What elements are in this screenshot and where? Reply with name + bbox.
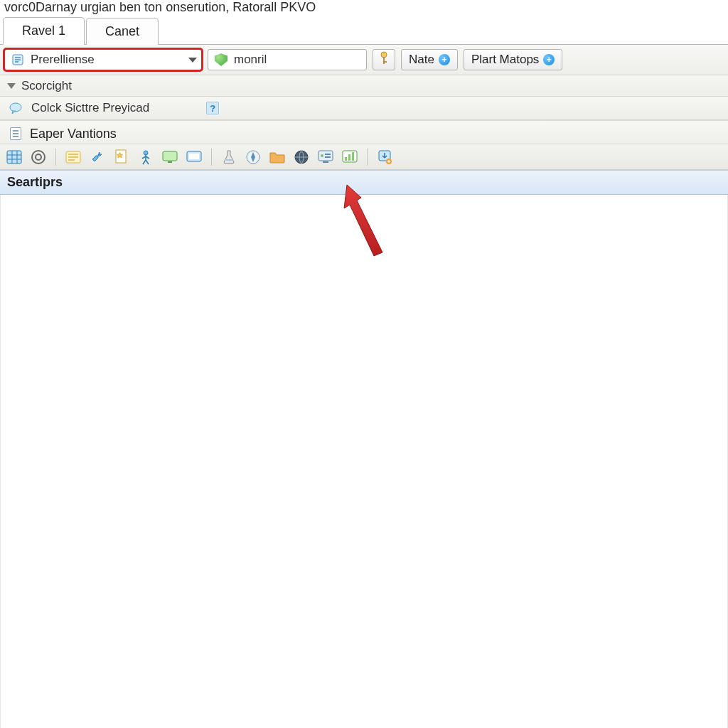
tab-label: Ravel 1: [22, 23, 65, 38]
tab-ravel-1[interactable]: Ravel 1: [3, 17, 85, 45]
svg-point-1: [381, 52, 387, 58]
icon-toolbar: [0, 144, 728, 170]
screen-blue-icon[interactable]: [186, 149, 203, 166]
section-header-label: Eaper Vantions: [30, 127, 117, 141]
globe-dark-icon[interactable]: [293, 149, 310, 166]
page-star-icon[interactable]: [113, 149, 130, 166]
svg-rect-13: [168, 161, 172, 163]
wrench-blue-icon[interactable]: [89, 149, 106, 166]
compass-icon[interactable]: [245, 149, 262, 166]
svg-rect-25: [348, 154, 350, 161]
document-icon: [7, 125, 24, 142]
target-circle-icon[interactable]: [30, 149, 47, 166]
svg-rect-24: [345, 157, 347, 161]
svg-rect-5: [7, 151, 21, 164]
main-toolbar: Prerelliense monril Nate + Plart Matops …: [0, 45, 728, 75]
tab-label: Canet: [105, 24, 139, 38]
button-label: Nate: [409, 53, 434, 67]
download-blue-icon[interactable]: [376, 149, 393, 166]
window-title: vorc0Darnay urgian ben ton onserution, R…: [0, 0, 728, 18]
combobox-value: Prerelliense: [31, 53, 184, 67]
lines-yellow-icon[interactable]: [65, 149, 82, 166]
separator: [367, 149, 368, 166]
plus-circle-icon: +: [543, 54, 555, 65]
scorcight-label: Scorcight: [21, 79, 72, 93]
key-gold-icon: [378, 50, 390, 70]
table-blue-icon[interactable]: [6, 149, 23, 166]
nate-button[interactable]: Nate +: [401, 49, 458, 70]
svg-rect-2: [383, 57, 385, 64]
svg-rect-21: [325, 154, 331, 155]
combobox-value: monril: [234, 53, 362, 67]
chat-bubble-icon: [7, 100, 24, 117]
figure-blue-icon[interactable]: [137, 149, 154, 166]
colck-label: Colck Sicttre Preyicad: [31, 101, 149, 115]
button-label: Plart Matops: [471, 53, 539, 67]
eaper-vantions-header: Eaper Vantions: [0, 120, 728, 144]
svg-point-11: [144, 151, 148, 155]
chart-green-icon[interactable]: [341, 149, 358, 166]
prerelliense-combobox[interactable]: Prerelliense: [4, 49, 202, 70]
column-header-seartiprs[interactable]: Seartiprs: [0, 170, 728, 195]
svg-point-4: [10, 103, 21, 112]
plart-matops-button[interactable]: Plart Matops +: [464, 49, 562, 70]
help-icon[interactable]: ?: [206, 102, 219, 114]
svg-rect-19: [323, 161, 328, 163]
svg-rect-15: [189, 154, 199, 159]
display-icon[interactable]: [317, 149, 334, 166]
svg-point-20: [321, 154, 323, 157]
plus-circle-icon: +: [439, 54, 450, 65]
chevron-down-icon: [7, 83, 16, 89]
svg-point-6: [32, 151, 45, 164]
separator: [55, 149, 56, 166]
tab-canet[interactable]: Canet: [86, 18, 159, 45]
svg-point-7: [36, 154, 41, 160]
tab-bar: Ravel 1 Canet: [0, 18, 728, 45]
key-button[interactable]: [373, 49, 395, 70]
separator: [211, 149, 212, 166]
svg-rect-12: [163, 151, 177, 161]
svg-rect-26: [352, 152, 354, 161]
monril-combobox[interactable]: monril: [208, 49, 367, 70]
svg-rect-3: [383, 61, 387, 63]
monitor-green-icon[interactable]: [161, 149, 178, 166]
shield-green-icon: [213, 51, 230, 68]
svg-rect-22: [325, 156, 331, 158]
content-area: [0, 195, 728, 728]
chevron-down-icon: [188, 58, 197, 63]
flask-icon[interactable]: [220, 149, 237, 166]
colck-sicttre-row[interactable]: Colck Sicttre Preyicad ?: [0, 97, 728, 120]
document-blue-icon: [9, 51, 26, 68]
folder-orange-icon[interactable]: [269, 149, 286, 166]
scorcight-row[interactable]: Scorcight: [0, 75, 728, 97]
